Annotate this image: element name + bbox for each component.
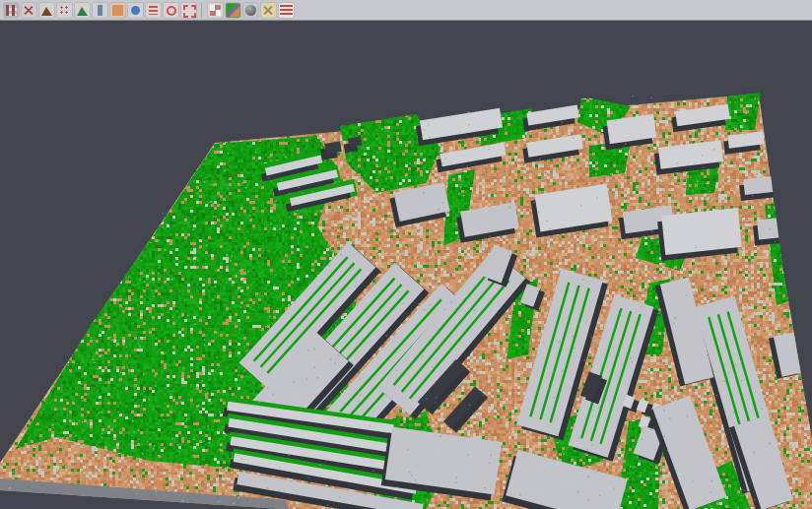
target-icon[interactable] [164,3,178,18]
terrain-icon[interactable] [39,3,54,18]
main-toolbar [0,0,812,21]
stripes-icon[interactable] [279,3,294,18]
list-icon[interactable] [146,3,161,18]
classification-map-icon[interactable] [226,3,240,18]
selection-icon[interactable] [181,3,196,18]
3d-viewport[interactable] [0,22,812,509]
pinwheel-icon[interactable] [22,3,36,18]
mosaic-icon[interactable] [4,3,19,18]
globe-icon[interactable] [128,3,143,18]
toolbar-separator [201,3,202,18]
application-window [0,0,812,509]
orange-tile-icon[interactable] [110,3,125,18]
vegetation-icon[interactable] [75,3,90,18]
sphere-icon[interactable] [243,3,258,18]
mesh-icon[interactable] [261,3,276,18]
points-icon[interactable] [57,3,72,18]
column-icon[interactable] [93,3,107,18]
checker-icon[interactable] [208,3,223,18]
